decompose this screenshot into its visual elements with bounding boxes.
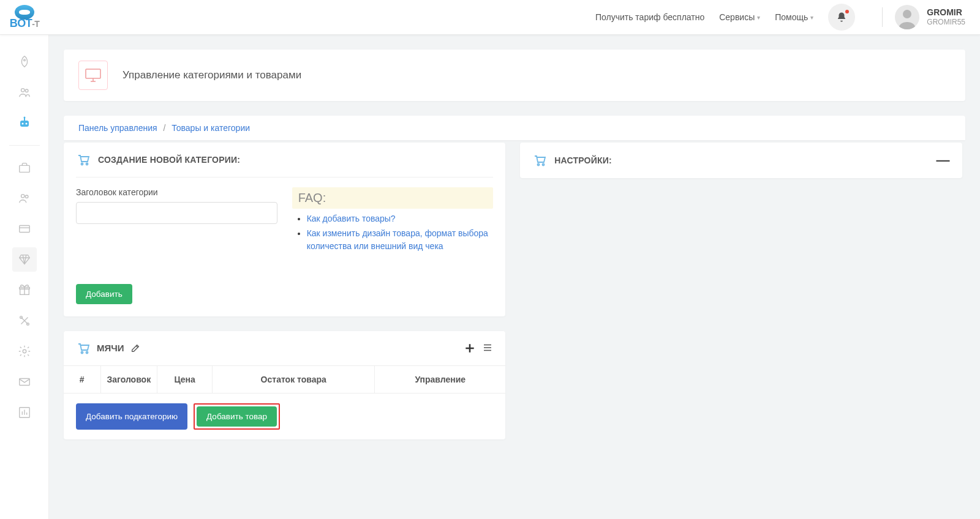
breadcrumb-current[interactable]: Товары и категории bbox=[172, 123, 250, 133]
nav-gift[interactable] bbox=[12, 278, 37, 302]
topbar: BOT-T Получить тариф бесплатно Сервисы▾ … bbox=[0, 0, 980, 35]
link-tariff[interactable]: Получить тариф бесплатно bbox=[595, 12, 704, 22]
bell-icon bbox=[836, 12, 847, 23]
nav-card[interactable] bbox=[12, 217, 37, 241]
mail-icon bbox=[18, 375, 31, 389]
panel-create-category: СОЗДАНИЕ НОВОЙ КАТЕГОРИИ: Заголовок кате… bbox=[64, 143, 505, 316]
th-price: Цена bbox=[157, 365, 213, 393]
gift-icon bbox=[18, 283, 31, 297]
btn-add-subcategory[interactable]: Добавить подкатегорию bbox=[76, 403, 187, 430]
list-icon[interactable] bbox=[482, 342, 493, 354]
nav-rocket[interactable] bbox=[12, 50, 37, 74]
tools-icon bbox=[18, 314, 31, 327]
panel-settings: НАСТРОЙКИ: — bbox=[520, 143, 962, 178]
chart-icon bbox=[18, 406, 31, 419]
plus-icon[interactable] bbox=[464, 342, 476, 354]
nav-users[interactable] bbox=[12, 80, 37, 105]
th-manage: Управление bbox=[375, 365, 506, 393]
edit-icon[interactable] bbox=[130, 343, 140, 353]
breadcrumb: Панель управления / Товары и категории bbox=[64, 116, 965, 140]
svg-point-1 bbox=[23, 59, 25, 61]
faq-header: FAQ: bbox=[292, 187, 494, 209]
svg-rect-4 bbox=[20, 121, 29, 127]
card-icon bbox=[18, 222, 31, 236]
nav-tools[interactable] bbox=[12, 308, 37, 333]
products-table: # Заголовок Цена Остаток товара Управлен… bbox=[64, 365, 505, 394]
svg-point-0 bbox=[903, 10, 911, 18]
panel-category-myachi: МЯЧИ bbox=[64, 331, 505, 439]
svg-point-22 bbox=[86, 163, 88, 165]
divider bbox=[882, 7, 883, 27]
svg-rect-7 bbox=[24, 118, 25, 121]
gear-icon bbox=[18, 345, 31, 358]
faq-link-2[interactable]: Как изменить дизайн товара, формат выбор… bbox=[307, 228, 488, 250]
notification-dot bbox=[845, 10, 849, 13]
nav-chart[interactable] bbox=[12, 400, 37, 425]
nav-bot[interactable] bbox=[12, 111, 37, 135]
svg-rect-12 bbox=[19, 226, 29, 233]
highlight-add-product: Добавить товар bbox=[194, 403, 280, 430]
svg-point-25 bbox=[538, 164, 540, 166]
chevron-down-icon: ▾ bbox=[757, 14, 760, 21]
svg-rect-9 bbox=[19, 165, 29, 172]
content: Управление категориями и товарами Панель… bbox=[49, 35, 980, 519]
svg-point-17 bbox=[23, 349, 26, 353]
svg-point-2 bbox=[21, 89, 24, 92]
page-title: Управление категориями и товарами bbox=[123, 69, 301, 81]
cart-icon bbox=[76, 341, 91, 356]
link-help[interactable]: Помощь▾ bbox=[775, 12, 813, 22]
notifications-button[interactable] bbox=[828, 4, 855, 31]
faq-link-1[interactable]: Как добавить товары? bbox=[307, 214, 396, 223]
svg-point-23 bbox=[81, 351, 83, 353]
breadcrumb-separator: / bbox=[164, 123, 166, 133]
people-icon bbox=[18, 192, 31, 205]
svg-point-21 bbox=[81, 163, 83, 165]
svg-point-11 bbox=[25, 195, 28, 198]
svg-point-10 bbox=[21, 195, 24, 198]
svg-point-24 bbox=[86, 351, 88, 353]
nav-people[interactable] bbox=[12, 186, 37, 211]
chevron-down-icon: ▾ bbox=[810, 14, 813, 21]
th-num: # bbox=[64, 365, 100, 393]
nav-diamond[interactable] bbox=[12, 247, 37, 272]
briefcase-icon bbox=[18, 161, 31, 174]
input-category-title[interactable] bbox=[76, 202, 277, 224]
users-icon bbox=[18, 86, 31, 99]
svg-point-3 bbox=[25, 89, 28, 92]
btn-add-product[interactable]: Добавить товар bbox=[197, 406, 277, 427]
svg-point-26 bbox=[543, 164, 545, 166]
nav-divider bbox=[9, 145, 40, 146]
nav-briefcase[interactable] bbox=[12, 155, 37, 180]
diamond-icon bbox=[18, 253, 31, 266]
btn-add-category[interactable]: Добавить bbox=[76, 284, 132, 304]
nav-mail[interactable] bbox=[12, 370, 37, 394]
faq-list: Как добавить товары? Как изменить дизайн… bbox=[292, 212, 494, 252]
monitor-icon bbox=[78, 61, 108, 90]
collapse-icon[interactable]: — bbox=[937, 152, 950, 168]
svg-point-5 bbox=[21, 123, 23, 125]
svg-rect-18 bbox=[19, 379, 29, 386]
nav-gear[interactable] bbox=[12, 339, 37, 364]
user-menu[interactable]: GROMIR GROMIR55 bbox=[895, 5, 980, 29]
bot-icon bbox=[17, 116, 32, 130]
user-sub: GROMIR55 bbox=[927, 18, 965, 26]
user-name: GROMIR bbox=[927, 7, 965, 18]
svg-rect-20 bbox=[86, 69, 100, 78]
cart-icon bbox=[532, 153, 547, 168]
panel-title-settings: НАСТРОЙКИ: bbox=[554, 155, 612, 165]
breadcrumb-home[interactable]: Панель управления bbox=[78, 123, 157, 133]
sidebar bbox=[0, 35, 49, 519]
page-header: Управление категориями и товарами bbox=[64, 50, 965, 101]
avatar bbox=[895, 5, 919, 29]
topbar-links: Получить тариф бесплатно Сервисы▾ Помощь… bbox=[595, 4, 855, 31]
logo[interactable]: BOT-T bbox=[0, 0, 49, 35]
svg-point-8 bbox=[23, 117, 25, 119]
th-title: Заголовок bbox=[100, 365, 157, 393]
rocket-icon bbox=[18, 55, 31, 69]
cart-icon bbox=[76, 152, 91, 167]
link-services[interactable]: Сервисы▾ bbox=[719, 12, 760, 22]
label-category-title: Заголовок категории bbox=[76, 187, 277, 197]
category-title: МЯЧИ bbox=[97, 343, 124, 353]
th-stock: Остаток товара bbox=[213, 365, 375, 393]
panel-title-create: СОЗДАНИЕ НОВОЙ КАТЕГОРИИ: bbox=[98, 155, 240, 165]
